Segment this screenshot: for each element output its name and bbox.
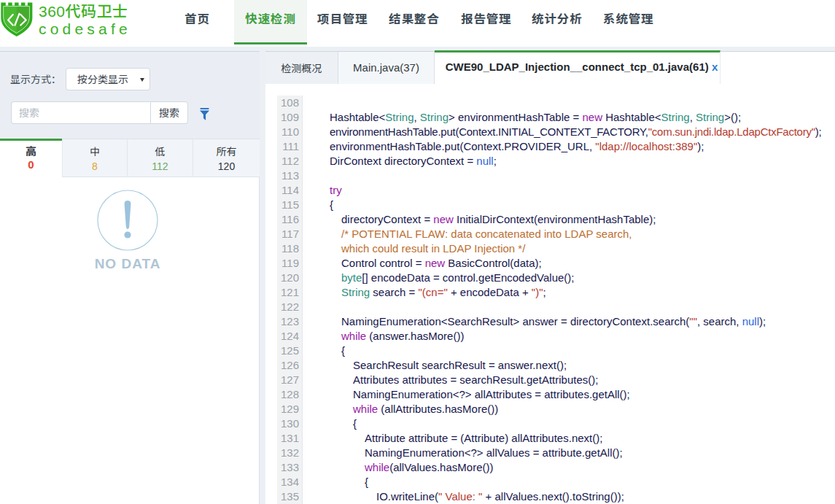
svg-text:NO DATA: NO DATA <box>95 256 161 271</box>
